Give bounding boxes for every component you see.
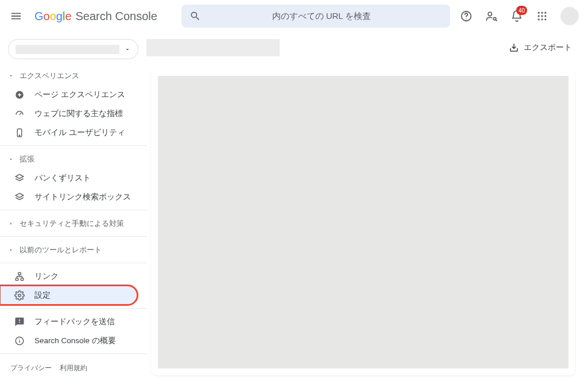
svg-point-15 <box>19 135 20 136</box>
nav-label: リンク <box>34 271 59 282</box>
export-label: エクスポート <box>524 43 572 53</box>
svg-rect-16 <box>18 272 21 275</box>
section-security[interactable]: セキュリティと手動による対策 <box>0 214 146 233</box>
caret-right-icon <box>8 221 14 226</box>
property-name-placeholder <box>16 45 119 54</box>
app-body: エクスペリエンス ページ エクスペリエンス ウェブに関する主な指標 モバイル ユ… <box>0 32 588 388</box>
nav-page-experience[interactable]: ページ エクスペリエンス <box>0 85 146 104</box>
help-button[interactable] <box>455 5 478 28</box>
product-logo[interactable]: Google Search Console <box>34 10 157 23</box>
nav-breadcrumbs[interactable]: パンくずリスト <box>0 168 146 187</box>
nav-label: パンくずリスト <box>34 173 91 183</box>
section-label: 拡張 <box>20 154 34 164</box>
notifications-button[interactable]: 40 <box>505 5 528 28</box>
privacy-link[interactable]: プライバシー <box>10 363 52 373</box>
divider <box>0 354 146 354</box>
nav-feedback[interactable]: フィードバックを送信 <box>0 312 146 331</box>
main-content: エクスポート <box>146 32 588 388</box>
plus-circle-icon <box>14 90 25 100</box>
svg-rect-17 <box>16 278 18 281</box>
notification-badge: 40 <box>516 6 527 15</box>
divider <box>0 236 146 237</box>
svg-point-2 <box>488 12 492 16</box>
app-header: Google Search Console 内のすべての URL を検査 40 <box>0 0 588 32</box>
sidebar-footer: プライバシー 利用規約 <box>0 358 146 383</box>
nav-settings[interactable]: 設定 <box>0 286 137 305</box>
terms-link[interactable]: 利用規約 <box>60 363 87 373</box>
property-selector[interactable] <box>8 39 138 59</box>
section-experience[interactable]: エクスペリエンス <box>0 66 146 85</box>
divider <box>0 263 146 263</box>
feedback-icon <box>14 317 25 327</box>
section-label: エクスペリエンス <box>20 71 79 81</box>
sidebar: エクスペリエンス ページ エクスペリエンス ウェブに関する主な指標 モバイル ユ… <box>0 32 146 388</box>
apps-button[interactable] <box>531 5 554 28</box>
nav-mobile-usability[interactable]: モバイル ユーザビリティ <box>0 123 146 142</box>
nav-label: ウェブに関する主な指標 <box>34 109 123 119</box>
gear-icon <box>14 290 25 301</box>
hamburger-icon <box>10 10 22 22</box>
svg-point-10 <box>538 18 540 20</box>
google-logo: Google <box>34 10 72 23</box>
sitemap-icon <box>14 271 25 282</box>
caret-down-icon <box>8 73 14 79</box>
nav-links[interactable]: リンク <box>0 267 146 286</box>
users-button[interactable] <box>480 5 503 28</box>
dropdown-icon <box>124 46 131 53</box>
header-actions: 40 <box>455 5 583 28</box>
mobile-icon <box>14 128 25 138</box>
svg-point-12 <box>544 18 546 20</box>
download-icon <box>509 43 519 53</box>
svg-point-22 <box>19 339 20 340</box>
caret-down-icon <box>8 156 14 162</box>
page-title-placeholder <box>146 39 280 56</box>
divider <box>0 145 146 146</box>
svg-point-9 <box>544 15 546 17</box>
nav-label: モバイル ユーザビリティ <box>34 128 125 138</box>
nav-sitelinks-searchbox[interactable]: サイトリンク検索ボックス <box>0 187 146 206</box>
nav-label: フィードバックを送信 <box>34 317 115 327</box>
main-header: エクスポート <box>146 32 588 63</box>
svg-point-1 <box>466 18 466 19</box>
export-button[interactable]: エクスポート <box>509 43 572 53</box>
main-menu-button[interactable] <box>5 5 28 28</box>
apps-grid-icon <box>536 10 548 22</box>
svg-point-6 <box>544 12 546 14</box>
content-placeholder <box>158 76 568 368</box>
svg-point-8 <box>541 15 543 17</box>
content-card <box>151 69 575 375</box>
nav-label: Search Console の概要 <box>34 336 116 346</box>
search-icon <box>189 10 201 22</box>
layers-icon <box>14 173 25 183</box>
svg-point-4 <box>538 12 540 14</box>
divider <box>0 210 146 210</box>
svg-rect-18 <box>21 278 24 281</box>
nav-label: 設定 <box>34 290 51 301</box>
svg-point-19 <box>18 294 21 297</box>
divider <box>0 308 146 309</box>
account-avatar[interactable] <box>560 7 579 25</box>
layers-icon <box>14 192 25 202</box>
nav-label: サイトリンク検索ボックス <box>34 192 131 202</box>
svg-point-11 <box>541 18 543 20</box>
section-label: 以前のツールとレポート <box>20 245 102 255</box>
speedometer-icon <box>14 109 25 119</box>
svg-point-5 <box>541 12 543 14</box>
search-placeholder-text: 内のすべての URL を検査 <box>201 11 442 22</box>
nav-core-web-vitals[interactable]: ウェブに関する主な指標 <box>0 104 146 123</box>
section-label: セキュリティと手動による対策 <box>20 218 124 229</box>
caret-right-icon <box>8 247 14 253</box>
section-legacy-tools[interactable]: 以前のツールとレポート <box>0 240 146 259</box>
nav-about[interactable]: Search Console の概要 <box>0 331 146 350</box>
url-inspection-search[interactable]: 内のすべての URL を検査 <box>181 5 450 28</box>
product-name: Search Console <box>76 10 157 23</box>
section-enhancements[interactable]: 拡張 <box>0 149 146 168</box>
info-icon <box>14 336 25 346</box>
nav-label: ページ エクスペリエンス <box>34 90 125 100</box>
svg-point-7 <box>538 15 540 17</box>
manage-users-icon <box>485 10 498 22</box>
help-icon <box>460 10 473 22</box>
